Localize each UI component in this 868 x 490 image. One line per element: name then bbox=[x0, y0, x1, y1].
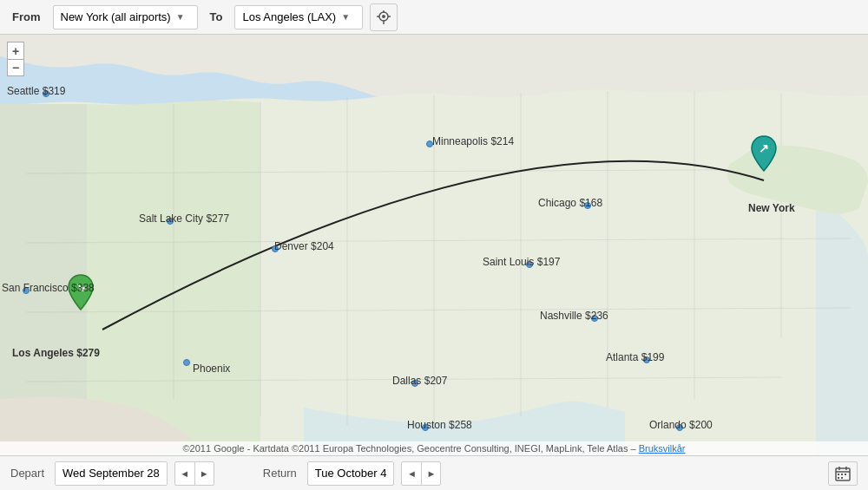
return-date-field[interactable]: Tue October 4 bbox=[307, 461, 395, 486]
from-dropdown-arrow: ▼ bbox=[176, 12, 185, 22]
zoom-in-button[interactable]: + bbox=[7, 42, 24, 59]
svg-rect-32 bbox=[845, 474, 846, 475]
header-bar: From New York (all airports) ▼ To Los An… bbox=[0, 0, 868, 35]
sf-label: San Francisco $338 bbox=[2, 282, 95, 294]
depart-date-nav: ◄ ► bbox=[174, 461, 214, 486]
svg-rect-31 bbox=[841, 474, 843, 475]
calendar-button[interactable] bbox=[828, 461, 858, 486]
la-bold-label: Los Angeles $279 bbox=[12, 347, 100, 359]
location-icon bbox=[377, 10, 391, 24]
to-airport-select[interactable]: Los Angeles (LAX) ▼ bbox=[234, 5, 363, 29]
nashville-label: Nashville $236 bbox=[540, 310, 608, 322]
attribution-link[interactable]: Bruksvilkår bbox=[639, 443, 686, 454]
zoom-out-button[interactable]: − bbox=[7, 59, 24, 76]
depart-date-value: Wed September 28 bbox=[62, 467, 160, 480]
return-prev-button[interactable]: ◄ bbox=[402, 461, 421, 486]
svg-rect-30 bbox=[838, 474, 839, 475]
depart-label: Depart bbox=[10, 467, 44, 480]
return-date-nav: ◄ ► bbox=[401, 461, 441, 486]
return-label: Return bbox=[263, 467, 297, 480]
to-label: To bbox=[205, 10, 228, 23]
depart-next-button[interactable]: ► bbox=[194, 461, 214, 486]
return-date-value: Tue October 4 bbox=[315, 467, 387, 480]
ny-marker: ↗ bbox=[748, 134, 779, 169]
stlouis-label: Saint Louis $197 bbox=[483, 256, 560, 268]
location-button[interactable] bbox=[370, 3, 398, 31]
to-dropdown-arrow: ▼ bbox=[341, 12, 350, 22]
depart-date-field[interactable]: Wed September 28 bbox=[55, 461, 168, 486]
chicago-label: Chicago $168 bbox=[538, 197, 602, 209]
footer-bar: Depart Wed September 28 ◄ ► Return Tue O… bbox=[0, 455, 868, 490]
zoom-controls: + − bbox=[7, 42, 24, 76]
map-area[interactable]: + − ↘ ↗ Seattle $319 Minneapolis $214 Ch… bbox=[0, 35, 868, 455]
calendar-icon bbox=[835, 466, 851, 481]
orlando-label: Orlando $200 bbox=[649, 419, 713, 431]
seattle-label: Seattle $319 bbox=[7, 85, 65, 97]
map-attribution: ©2011 Google - Kartdata ©2011 Europa Tec… bbox=[0, 441, 868, 455]
ny-marker-icon: ↗ bbox=[748, 134, 779, 173]
svg-rect-34 bbox=[841, 477, 843, 479]
phoenix-dot bbox=[183, 359, 190, 366]
from-airport-select[interactable]: New York (all airports) ▼ bbox=[53, 5, 198, 29]
houston-label: Houston $258 bbox=[407, 419, 472, 431]
dallas-label: Dallas $207 bbox=[392, 375, 447, 387]
depart-prev-button[interactable]: ◄ bbox=[175, 461, 194, 486]
from-label: From bbox=[7, 10, 46, 23]
return-next-button[interactable]: ► bbox=[421, 461, 440, 486]
svg-text:↗: ↗ bbox=[759, 141, 769, 155]
map-background bbox=[0, 35, 868, 455]
denver-label: Denver $204 bbox=[274, 240, 334, 252]
svg-point-1 bbox=[382, 15, 385, 18]
ny-bold-label: New York bbox=[748, 202, 795, 214]
atlanta-label: Atlanta $199 bbox=[606, 351, 664, 363]
minneapolis-label: Minneapolis $214 bbox=[432, 135, 514, 147]
from-airport-value: New York (all airports) bbox=[61, 10, 171, 23]
salt-lake-label: Salt Lake City $277 bbox=[139, 212, 229, 225]
phoenix-label: Phoenix bbox=[193, 363, 230, 375]
svg-rect-33 bbox=[838, 477, 839, 479]
to-airport-value: Los Angeles (LAX) bbox=[242, 10, 336, 23]
